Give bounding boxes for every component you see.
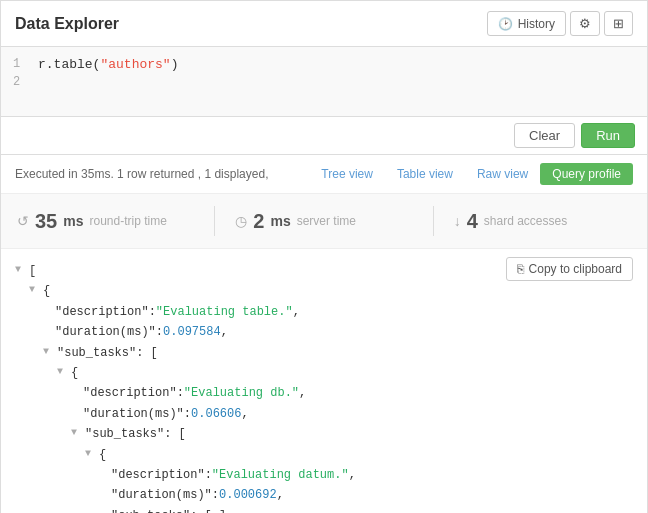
status-bar: Executed in 35ms. 1 row returned , 1 dis… <box>1 155 647 194</box>
shard-label: shard accesses <box>484 214 567 228</box>
server-time-label: server time <box>297 214 356 228</box>
settings-button[interactable]: ⚙ <box>570 11 600 36</box>
header-buttons: 🕑 History ⚙ ⊞ <box>487 11 633 36</box>
shard-value: 4 <box>467 210 478 233</box>
copy-label: Copy to clipboard <box>529 262 622 276</box>
tab-query-profile[interactable]: Query profile <box>540 163 633 185</box>
json-line: "duration(ms)" : 0.097584 , <box>15 322 633 342</box>
round-trip-label: round-trip time <box>89 214 166 228</box>
round-trip-icon: ↺ <box>17 213 29 229</box>
stat-divider-1 <box>214 206 215 236</box>
expand-icon[interactable]: ▼ <box>85 445 97 462</box>
json-line: "duration(ms)" : 0.06606 , <box>15 404 633 424</box>
code-line: r.table("authors") <box>38 57 178 72</box>
server-time-value: 2 <box>253 210 264 233</box>
stat-round-trip: ↺ 35 ms round-trip time <box>17 210 194 233</box>
copy-to-clipboard-button[interactable]: ⎘ Copy to clipboard <box>506 257 633 281</box>
content-area: ⎘ Copy to clipboard ▼ [ ▼ { "description… <box>1 249 647 513</box>
app-container: Data Explorer 🕑 History ⚙ ⊞ 1 2 r.table(… <box>0 0 648 513</box>
toolbar: Clear Run <box>1 117 647 155</box>
gear-icon: ⚙ <box>579 16 591 31</box>
expand-icon[interactable]: ▼ <box>15 261 27 278</box>
round-trip-value: 35 <box>35 210 57 233</box>
server-time-unit: ms <box>270 213 290 229</box>
expand-icon[interactable]: ▼ <box>43 343 55 360</box>
stat-server-time: ◷ 2 ms server time <box>235 210 412 233</box>
server-time-icon: ◷ <box>235 213 247 229</box>
code-function: r.table( <box>38 57 100 72</box>
expand-icon: ⊞ <box>613 16 624 31</box>
tab-table-view[interactable]: Table view <box>385 163 465 185</box>
tab-raw-view[interactable]: Raw view <box>465 163 540 185</box>
tab-tree-view[interactable]: Tree view <box>309 163 385 185</box>
expand-icon[interactable]: ▼ <box>29 281 41 298</box>
status-text: Executed in 35ms. 1 row returned , 1 dis… <box>15 167 268 181</box>
json-line: ▼ { <box>15 363 633 383</box>
json-line: ▼ "sub_tasks" : [ <box>15 424 633 444</box>
round-trip-unit: ms <box>63 213 83 229</box>
code-paren: ) <box>171 57 179 72</box>
run-button[interactable]: Run <box>581 123 635 148</box>
json-line: "description" : "Evaluating table." , <box>15 302 633 322</box>
view-tabs: Tree view Table view Raw view Query prof… <box>309 163 633 185</box>
expand-icon[interactable]: ▼ <box>71 424 83 441</box>
line-numbers: 1 2 <box>13 55 20 91</box>
history-icon: 🕑 <box>498 17 513 31</box>
stat-divider-2 <box>433 206 434 236</box>
json-line: "description" : "Evaluating db." , <box>15 383 633 403</box>
query-editor[interactable]: 1 2 r.table("authors") <box>1 47 647 117</box>
expand-button[interactable]: ⊞ <box>604 11 633 36</box>
header: Data Explorer 🕑 History ⚙ ⊞ <box>1 1 647 47</box>
page-title: Data Explorer <box>15 15 119 33</box>
json-line: ▼ "sub_tasks" : [ <box>15 343 633 363</box>
json-line: "sub_tasks" : [ ] <box>15 506 633 513</box>
json-line: ▼ { <box>15 281 633 301</box>
copy-icon: ⎘ <box>517 262 524 276</box>
json-line: "duration(ms)" : 0.000692 , <box>15 485 633 505</box>
code-string: "authors" <box>100 57 170 72</box>
stat-shard-accesses: ↓ 4 shard accesses <box>454 210 631 233</box>
json-tree: ▼ [ ▼ { "description" : "Evaluating tabl… <box>15 257 633 513</box>
history-button[interactable]: 🕑 History <box>487 11 566 36</box>
json-line: ▼ { <box>15 445 633 465</box>
json-line: "description" : "Evaluating datum." , <box>15 465 633 485</box>
clear-button[interactable]: Clear <box>514 123 575 148</box>
stats-bar: ↺ 35 ms round-trip time ◷ 2 ms server ti… <box>1 194 647 249</box>
expand-icon[interactable]: ▼ <box>57 363 69 380</box>
shard-icon: ↓ <box>454 213 461 229</box>
